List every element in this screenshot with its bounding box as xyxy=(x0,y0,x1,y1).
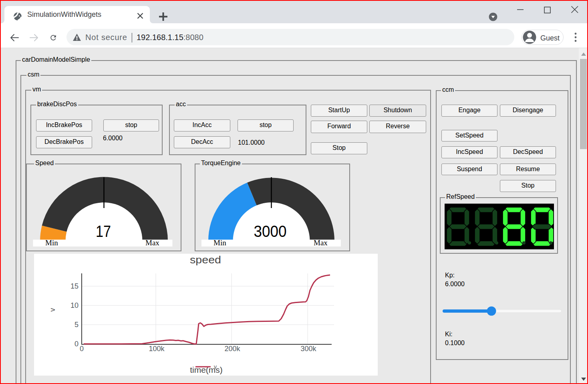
svg-text:3000: 3000 xyxy=(254,222,287,240)
svg-text:0: 0 xyxy=(75,340,79,348)
svg-text:Min: Min xyxy=(213,238,226,247)
svg-text:0: 0 xyxy=(80,345,84,353)
svg-text:17: 17 xyxy=(96,222,111,240)
svg-text:v: v xyxy=(48,308,56,312)
svg-text:v: v xyxy=(214,364,217,370)
svg-text:Min: Min xyxy=(45,238,58,247)
svg-text:Max: Max xyxy=(314,238,328,247)
svg-text:Max: Max xyxy=(145,238,159,247)
svg-text:speed: speed xyxy=(190,254,221,266)
svg-text:200k: 200k xyxy=(224,345,240,353)
svg-text:100k: 100k xyxy=(149,345,165,353)
svg-text:5: 5 xyxy=(75,321,79,329)
svg-text:15: 15 xyxy=(70,282,79,290)
svg-text:300k: 300k xyxy=(300,345,316,353)
svg-text:10: 10 xyxy=(70,301,79,309)
